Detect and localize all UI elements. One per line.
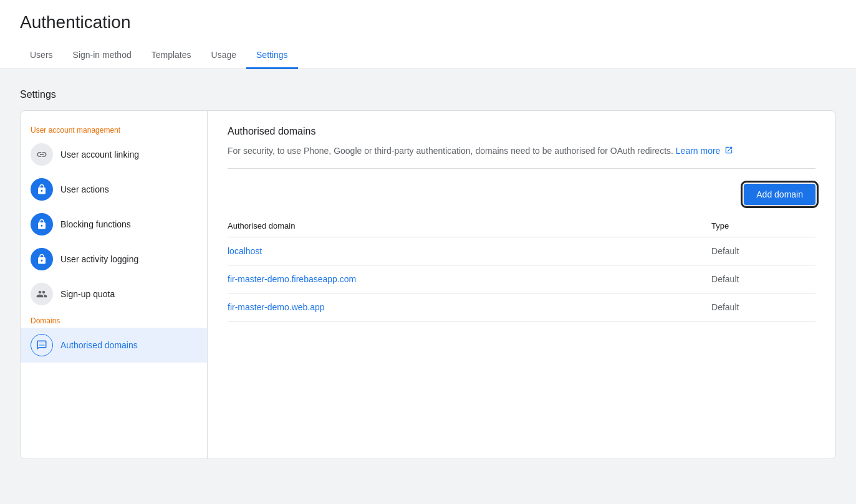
tabs-nav: Users Sign-in method Templates Usage Set… (20, 42, 836, 69)
type-cell: Default (711, 237, 815, 265)
sidebar-item-label-user-activity-logging: User activity logging (60, 254, 138, 264)
sidebar-item-authorised-domains[interactable]: Authorised domains (21, 328, 207, 363)
section-divider (228, 168, 815, 169)
blocking-functions-icon (31, 213, 53, 235)
main-content: Authorised domains For security, to use … (208, 111, 835, 459)
table-row: localhost Default (228, 237, 815, 265)
sidebar-item-label-blocking-functions: Blocking functions (60, 219, 131, 229)
user-activity-logging-icon (31, 248, 53, 270)
sidebar-nav: User account management User account lin… (21, 111, 208, 459)
section-label-domains: Domains (21, 311, 207, 328)
col-header-domain: Authorised domain (228, 215, 711, 237)
authorised-domains-icon (31, 334, 53, 356)
add-domain-row: Add domain (228, 179, 815, 215)
section-description: For security, to use Phone, Google or th… (228, 145, 815, 158)
sidebar-item-user-actions[interactable]: User actions (21, 172, 207, 207)
domain-cell: localhost (228, 237, 711, 265)
table-row: fir-master-demo.firebaseapp.com Default (228, 265, 815, 293)
sidebar-item-user-activity-logging[interactable]: User activity logging (21, 242, 207, 277)
sidebar-item-label-user-actions: User actions (60, 184, 109, 194)
settings-section-label: Settings (20, 89, 836, 100)
tab-settings[interactable]: Settings (246, 42, 298, 69)
sign-up-quota-icon (31, 283, 53, 305)
page-title: Authentication (20, 12, 836, 32)
domain-cell: fir-master-demo.web.app (228, 293, 711, 321)
tab-sign-in-method[interactable]: Sign-in method (63, 42, 142, 69)
user-actions-icon (31, 178, 53, 201)
sidebar-item-blocking-functions[interactable]: Blocking functions (21, 207, 207, 242)
tab-users[interactable]: Users (20, 42, 63, 69)
tab-usage[interactable]: Usage (201, 42, 246, 69)
section-label-user-account-management: User account management (21, 121, 207, 137)
external-link-icon (724, 145, 733, 158)
domains-table: Authorised domain Type localhost Default… (228, 215, 815, 321)
type-cell: Default (711, 265, 815, 293)
sidebar-item-label-user-account-linking: User account linking (60, 150, 139, 159)
user-account-linking-icon (31, 143, 53, 166)
learn-more-link[interactable]: Learn more (676, 146, 733, 156)
authorised-domains-title: Authorised domains (228, 126, 815, 137)
sidebar-item-label-sign-up-quota: Sign-up quota (60, 289, 115, 299)
domain-cell: fir-master-demo.firebaseapp.com (228, 265, 711, 293)
add-domain-button[interactable]: Add domain (744, 184, 815, 205)
sidebar-item-sign-up-quota[interactable]: Sign-up quota (21, 277, 207, 311)
table-row: fir-master-demo.web.app Default (228, 293, 815, 321)
sidebar-item-user-account-linking[interactable]: User account linking (21, 137, 207, 172)
settings-panel: User account management User account lin… (20, 110, 836, 459)
col-header-type: Type (711, 215, 815, 237)
sidebar-item-label-authorised-domains: Authorised domains (60, 340, 138, 350)
tab-templates[interactable]: Templates (142, 42, 201, 69)
type-cell: Default (711, 293, 815, 321)
